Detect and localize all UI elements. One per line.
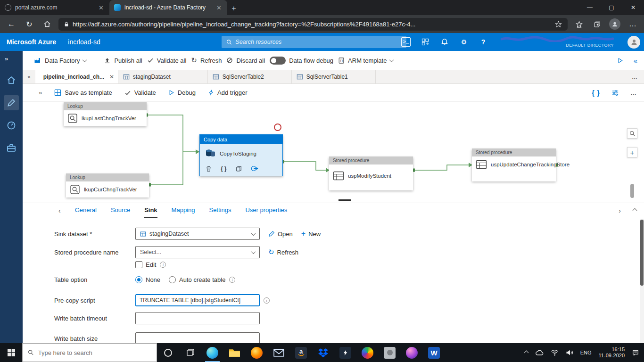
taskbar-search-input[interactable] <box>38 349 151 356</box>
more-options-button[interactable]: … <box>630 89 636 96</box>
data-factory-menu[interactable]: Data Factory <box>34 57 86 64</box>
browser-tab-portal[interactable]: portal.azure.com ✕ <box>0 0 109 15</box>
refresh-procedures-button[interactable]: ↻ Refresh <box>268 248 298 256</box>
tab-sink[interactable]: Sink <box>144 203 157 218</box>
notifications-bell-icon[interactable] <box>440 37 449 47</box>
search-input[interactable] <box>235 39 402 45</box>
data-flow-debug-toggle[interactable]: Data flow debug <box>270 57 333 65</box>
sidebar-expand-chevrons[interactable]: » <box>0 55 8 62</box>
clone-icon[interactable] <box>236 165 242 172</box>
zoom-fit-button[interactable] <box>627 128 637 139</box>
browser-profile-button[interactable] <box>608 17 621 31</box>
refresh-button[interactable]: ↻ Refresh <box>191 56 222 65</box>
taskbar-app-amazon[interactable]: a <box>290 343 312 362</box>
url-bar[interactable]: https://adf.azure.com/authoring/pipeline… <box>58 18 568 31</box>
write-batch-timeout-input[interactable] <box>135 312 260 324</box>
sidebar-item-manage[interactable] <box>4 140 19 156</box>
discard-all-button[interactable]: Discard all <box>226 57 265 64</box>
pipeline-canvas[interactable]: Lookup lkupLastChngTrackVer Lookup lkupC… <box>23 102 644 203</box>
table-option-none-radio[interactable] <box>135 276 142 283</box>
code-view-icon[interactable]: { } <box>592 89 600 97</box>
precopy-script-input[interactable] <box>135 294 260 306</box>
zoom-in-button[interactable]: + <box>627 147 637 157</box>
volume-icon[interactable] <box>566 349 573 356</box>
clock[interactable]: 16:15 11-09-2020 <box>599 346 625 359</box>
directory-filter-icon[interactable] <box>421 37 430 47</box>
add-favorite-star-icon[interactable] <box>555 21 562 28</box>
info-icon[interactable]: i <box>264 297 270 304</box>
help-icon[interactable]: ? <box>479 37 488 47</box>
tabs-scroll-right-chevron[interactable]: › <box>619 207 621 214</box>
activity-node-sp-update[interactable]: Stored procedure uspUpdateChangeTracking… <box>472 148 556 181</box>
account-info[interactable]: DEFAULT DIRECTORY <box>501 36 614 48</box>
new-dataset-button[interactable]: + New <box>301 230 321 238</box>
taskbar-app-word[interactable]: W <box>423 343 445 362</box>
tab-staging-dataset[interactable]: stagingDataset <box>118 70 208 83</box>
activity-node-lookup-cur[interactable]: Lookup lkupCurChngTrackVer <box>66 173 149 197</box>
tabs-scroll-left-chevron[interactable]: ‹ <box>58 207 61 214</box>
open-dataset-button[interactable]: Open <box>268 230 293 238</box>
publish-all-button[interactable]: Publish all <box>104 57 142 64</box>
tab-list-expand-chevrons[interactable]: » <box>23 70 35 83</box>
settings-sliders-icon[interactable] <box>611 90 619 96</box>
table-option-auto-radio[interactable] <box>169 276 176 283</box>
write-batch-size-input[interactable] <box>135 332 260 343</box>
tab-user-properties[interactable]: User properties <box>245 203 287 218</box>
validate-button[interactable]: Validate <box>124 89 156 96</box>
maximize-button[interactable]: ▢ <box>601 0 622 15</box>
settings-gear-icon[interactable]: ⚙ <box>459 37 469 47</box>
tab-sqlservertable1[interactable]: SqlServerTable1 <box>292 70 376 83</box>
taskbar-app-colorful[interactable] <box>356 343 379 362</box>
sidebar-item-home[interactable] <box>4 73 19 88</box>
add-output-icon[interactable] <box>251 165 258 172</box>
close-tab-icon[interactable]: ✕ <box>215 4 223 11</box>
account-avatar[interactable] <box>627 36 640 49</box>
taskbar-app-mail[interactable] <box>268 343 290 362</box>
tab-general[interactable]: General <box>75 203 97 218</box>
favorites-button[interactable] <box>572 17 586 31</box>
sidebar-item-monitor[interactable] <box>4 118 19 133</box>
tab-overflow-button[interactable]: … <box>625 70 644 83</box>
hidden-icons-chevron[interactable] <box>525 351 528 354</box>
stored-procedure-dropdown[interactable]: Select... <box>135 246 260 258</box>
tab-sqlservertable2[interactable]: SqlServerTable2 <box>208 70 292 83</box>
azure-brand[interactable]: Microsoft Azure <box>7 38 56 46</box>
taskbar-app-file-explorer[interactable] <box>223 343 246 362</box>
tab-mapping[interactable]: Mapping <box>172 203 195 218</box>
onedrive-cloud-icon[interactable] <box>535 349 544 356</box>
validation-error-indicator[interactable] <box>274 123 281 131</box>
tab-settings[interactable]: Settings <box>209 203 231 218</box>
collapse-panel-chevron[interactable] <box>633 208 637 213</box>
home-button[interactable] <box>41 17 54 31</box>
resource-search[interactable] <box>222 36 406 48</box>
sink-dataset-dropdown[interactable]: stagingDataset <box>135 228 260 240</box>
close-window-button[interactable]: ✕ <box>622 0 644 15</box>
cortana-button[interactable] <box>157 343 179 362</box>
canvas-vertical-scrollbar[interactable] <box>630 184 634 198</box>
info-icon[interactable]: i <box>229 277 235 283</box>
panel-scrollbar[interactable] <box>640 219 644 343</box>
code-braces-icon[interactable]: { } <box>221 165 227 172</box>
taskbar-app-edge[interactable] <box>201 343 223 362</box>
activity-node-copy[interactable]: Copy data CopyToStaging { } <box>199 134 283 176</box>
activity-node-sp-modify[interactable]: Stored procedure uspModifyStudent <box>329 156 413 190</box>
collapse-panel-chevrons[interactable]: « <box>634 57 637 65</box>
canvas-horizontal-scrollbar[interactable] <box>339 199 351 201</box>
new-tab-button[interactable]: + <box>227 2 240 15</box>
minimize-button[interactable]: — <box>579 0 601 15</box>
taskbar-app-media[interactable] <box>401 343 423 362</box>
debug-button[interactable]: Debug <box>168 89 196 96</box>
save-as-template-button[interactable]: Save as template <box>54 89 112 96</box>
edit-checkbox[interactable] <box>135 261 142 268</box>
network-wifi-icon[interactable] <box>551 349 559 356</box>
taskbar-app-dropbox[interactable] <box>312 343 334 362</box>
language-indicator[interactable]: ENG <box>580 350 592 355</box>
tab-pipeline[interactable]: pipeline_incrload_ch... ✕ <box>35 70 118 83</box>
tab-source[interactable]: Source <box>111 203 130 218</box>
add-trigger-button[interactable]: Add trigger <box>208 89 248 96</box>
delete-icon[interactable] <box>206 165 212 172</box>
start-button[interactable] <box>0 343 22 362</box>
sidebar-item-author[interactable] <box>4 95 19 110</box>
info-icon[interactable]: i <box>160 262 166 268</box>
refresh-button[interactable]: ↻ <box>23 17 36 31</box>
